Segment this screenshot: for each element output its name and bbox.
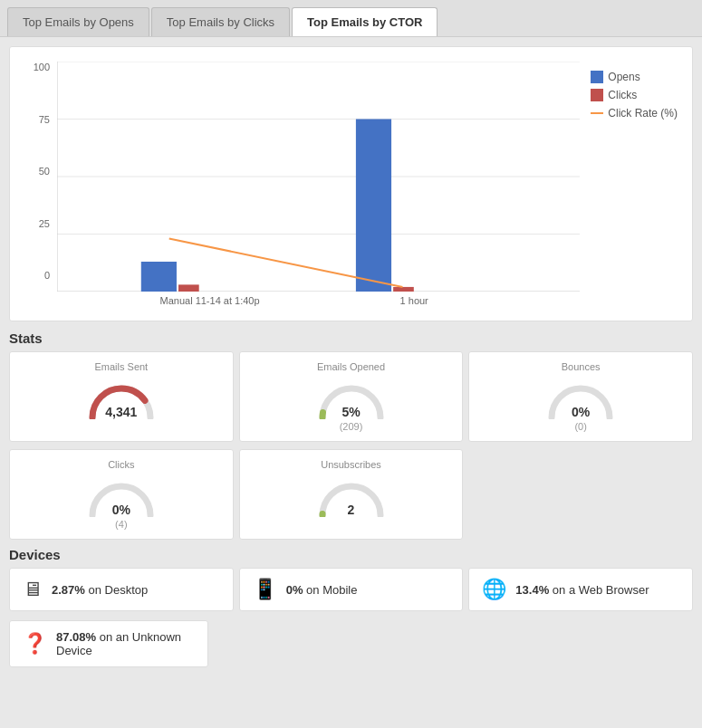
- stat-clicks-label: Clicks: [108, 459, 134, 470]
- tabs-bar: Top Emails by Opens Top Emails by Clicks…: [0, 0, 702, 37]
- y-axis: 100 75 50 25 0: [24, 62, 57, 306]
- y-label-100: 100: [34, 62, 50, 72]
- stat-emails-opened-label: Emails Opened: [317, 361, 385, 372]
- device-browser-label: on a Web Browser: [553, 583, 649, 597]
- gauge-sent-value: 4,341: [105, 405, 137, 419]
- device-desktop: 🖥 2.87% on Desktop: [9, 568, 234, 611]
- stat-emails-sent: Emails Sent 4,341: [9, 351, 234, 442]
- devices-grid: 🖥 2.87% on Desktop 📱 0% on Mobile 🌐 13.4…: [9, 568, 693, 611]
- desktop-icon: 🖥: [23, 578, 43, 601]
- chart-grid-svg: [57, 62, 580, 292]
- stats-grid-2: Clicks 0% (4) Unsubscribes 2: [9, 449, 693, 540]
- click-rate-line: [169, 239, 403, 287]
- y-label-25: 25: [39, 218, 50, 229]
- stat-emails-opened-sub: (209): [340, 421, 363, 432]
- chart-container: 100 75 50 25 0: [9, 46, 693, 321]
- device-mobile-label: on Mobile: [306, 583, 357, 597]
- bar-opens-1: [141, 262, 177, 292]
- device-mobile: 📱 0% on Mobile: [239, 568, 464, 611]
- bar-clicks-2: [393, 287, 414, 292]
- stat-clicks-sub: (4): [115, 519, 127, 530]
- devices-title: Devices: [9, 547, 693, 562]
- stats-grid: Emails Sent 4,341 Emails Opened 5% (209)…: [9, 351, 693, 442]
- device-desktop-label: on Desktop: [89, 583, 149, 597]
- gauge-unsub: 2: [315, 475, 388, 517]
- chart-inner: 100 75 50 25 0: [24, 62, 678, 306]
- gauge-unsub-value: 2: [348, 503, 355, 517]
- legend-opens-swatch: [591, 71, 603, 83]
- device-desktop-pct: 2.87%: [52, 583, 85, 597]
- svg-rect-7: [591, 89, 603, 101]
- device-unknown: ❓ 87.08% on an Unknown Device: [9, 620, 208, 667]
- y-label-0: 0: [44, 270, 50, 281]
- gauge-clicks: 0%: [85, 475, 158, 517]
- legend-clickrate-swatch: [591, 107, 603, 120]
- stat-emails-opened: Emails Opened 5% (209): [239, 351, 464, 442]
- gauge-bounces: 0%: [544, 378, 617, 419]
- gauge-emails-opened: 5%: [315, 378, 388, 419]
- chart-legend: Opens Clicks Click Rate (%): [580, 62, 678, 306]
- gauge-bounces-value: 0%: [572, 405, 590, 419]
- gauge-opened-value: 5%: [341, 405, 360, 419]
- device-unknown-pct: 87.08%: [56, 630, 96, 644]
- stat-bounces: Bounces 0% (0): [468, 351, 693, 442]
- legend-clicks-swatch: [591, 89, 603, 101]
- device-unknown-text: 87.08% on an Unknown Device: [56, 630, 195, 657]
- stats-title: Stats: [9, 330, 693, 346]
- svg-rect-6: [591, 71, 603, 83]
- stat-unsubscribes: Unsubscribes 2: [239, 449, 464, 540]
- bar-opens-2: [356, 120, 391, 292]
- legend-clickrate: Click Rate (%): [591, 107, 678, 120]
- mobile-icon: 📱: [253, 578, 277, 601]
- y-label-75: 75: [39, 114, 50, 125]
- stat-bounces-label: Bounces: [562, 361, 601, 372]
- x-labels: Manual 11-14 at 1:40p 1 hour: [57, 292, 580, 306]
- legend-opens-label: Opens: [608, 71, 639, 83]
- stat-unsub-label: Unsubscribes: [321, 459, 381, 470]
- device-browser: 🌐 13.4% on a Web Browser: [468, 568, 693, 611]
- legend-clicks: Clicks: [591, 89, 678, 101]
- stat-emails-sent-label: Emails Sent: [94, 361, 148, 372]
- tab-opens[interactable]: Top Emails by Opens: [7, 7, 149, 36]
- tab-clicks[interactable]: Top Emails by Clicks: [151, 7, 290, 36]
- tab-ctor[interactable]: Top Emails by CTOR: [292, 7, 438, 36]
- chart-plot: [57, 62, 580, 292]
- legend-opens: Opens: [591, 71, 678, 83]
- gauge-emails-sent: 4,341: [85, 378, 158, 419]
- device-browser-text: 13.4% on a Web Browser: [515, 583, 649, 597]
- bar-clicks-1: [178, 284, 199, 292]
- legend-clicks-label: Clicks: [608, 89, 637, 101]
- gauge-clicks-value: 0%: [112, 503, 130, 517]
- x-label-1: Manual 11-14 at 1:40p: [160, 295, 260, 306]
- legend-clickrate-label: Click Rate (%): [608, 107, 678, 120]
- y-label-50: 50: [39, 166, 50, 177]
- devices-grid-2: ❓ 87.08% on an Unknown Device: [9, 620, 693, 667]
- unknown-icon: ❓: [23, 632, 47, 656]
- device-desktop-text: 2.87% on Desktop: [52, 583, 148, 597]
- stat-clicks: Clicks 0% (4): [9, 449, 234, 540]
- x-label-2: 1 hour: [400, 295, 428, 306]
- stat-bounces-sub: (0): [574, 421, 586, 432]
- device-browser-pct: 13.4%: [515, 583, 549, 597]
- browser-icon: 🌐: [482, 578, 506, 601]
- device-mobile-pct: 0%: [286, 583, 303, 597]
- device-mobile-text: 0% on Mobile: [286, 583, 358, 597]
